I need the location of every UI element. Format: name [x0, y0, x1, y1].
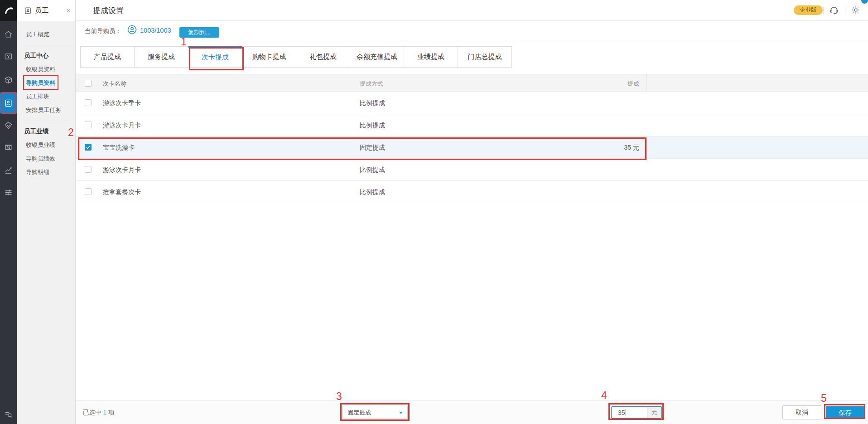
header-divider [845, 7, 845, 14]
header-divider [823, 7, 824, 14]
sidebar-section-staff-center: 员工中心 [17, 49, 75, 63]
main-header: 提成设置 企业版 [76, 0, 868, 21]
cell-card-name: 游泳次卡季卡 [103, 99, 141, 107]
guide-avatar-icon [127, 24, 137, 37]
cell-method: 比例提成 [360, 122, 385, 130]
row-checkbox[interactable] [85, 122, 92, 128]
statistics-icon[interactable] [0, 161, 17, 179]
guide-count-link[interactable]: 1003/1003 [140, 27, 171, 34]
tab-store-total-commission[interactable]: 门店总提成 [458, 46, 512, 68]
tab-performance-commission[interactable]: 业绩提成 [404, 46, 458, 68]
sidebar-spacer [17, 21, 75, 28]
gear-icon[interactable] [851, 5, 861, 17]
logo-swoosh-icon [3, 5, 14, 16]
notification-dot[interactable] [861, 0, 868, 4]
commission-tabs: 产品提成 服务提成 次卡提成 购物卡提成 礼包提成 余额充值提成 业绩提成 门店… [80, 46, 512, 68]
tab-service-commission[interactable]: 服务提成 [134, 46, 188, 68]
row-checkbox-checked[interactable] [85, 144, 92, 151]
text-cursor [626, 409, 626, 416]
close-icon[interactable]: × [66, 7, 71, 15]
tab-shoppingcard-commission[interactable]: 购物卡提成 [242, 46, 296, 68]
copy-to-button[interactable]: 复制到... [179, 27, 219, 38]
sidebar: 员工 × 员工概览 员工中心 收银员资料 导购员资料 员工排班 安排员工任务 员… [17, 0, 76, 424]
column-header-card-name: 次卡名称 [103, 80, 126, 88]
home-icon[interactable] [0, 25, 17, 43]
sidebar-item-staff-tasks[interactable]: 安排员工任务 [17, 103, 75, 117]
sidebar-divider [23, 121, 69, 121]
marketing-icon[interactable] [0, 138, 17, 156]
selected-count: 1 [103, 409, 107, 416]
check-icon [86, 145, 91, 150]
cell-card-name: 游泳次卡月卡 [103, 166, 141, 174]
sidebar-title: 员工 [35, 6, 48, 15]
sidebar-item-overview[interactable]: 员工概览 [17, 28, 75, 41]
selection-summary: 已选中1项 [83, 409, 115, 417]
cell-card-name: 游泳次卡月卡 [103, 122, 141, 130]
cell-card-name: 推拿套餐次卡 [103, 188, 141, 196]
app-logo[interactable] [0, 0, 17, 21]
table-row-selected[interactable]: 宝宝洗澡卡 固定提成 35 元 [76, 136, 868, 159]
main-content: 提成设置 企业版 当前导购员： 1003/1003 复制到... 产品提成 服务… [76, 0, 868, 424]
commission-amount-input[interactable]: 35 元 [611, 406, 662, 419]
current-guide-label: 当前导购员： [85, 27, 121, 35]
tab-timescard-commission[interactable]: 次卡提成 [188, 46, 242, 68]
row-checkbox[interactable] [85, 166, 92, 173]
toolbar: 当前导购员： 1003/1003 复制到... [76, 21, 868, 42]
sidebar-item-guide-info[interactable]: 导购员资料 [17, 76, 75, 90]
cancel-button[interactable]: 取消 [782, 405, 821, 419]
sidebar-divider [23, 45, 69, 45]
method-select-value: 固定提成 [347, 409, 371, 416]
staff-badge-icon [24, 7, 32, 15]
membership-icon[interactable] [0, 116, 17, 134]
cell-method: 固定提成 [360, 144, 385, 152]
tab-giftpack-commission[interactable]: 礼包提成 [296, 46, 350, 68]
table-row[interactable]: 推拿套餐次卡 比例提成 [76, 181, 868, 203]
cell-commission: 35 元 [592, 144, 639, 152]
settings-sliders-icon[interactable] [0, 183, 17, 201]
page-title: 提成设置 [93, 5, 124, 16]
tab-balance-recharge-commission[interactable]: 余额充值提成 [350, 46, 404, 68]
column-divider [646, 74, 647, 92]
cashier-icon[interactable] [0, 47, 17, 65]
cell-method: 比例提成 [360, 188, 385, 196]
sidebar-item-guide-performance[interactable]: 导购员绩效 [17, 152, 75, 166]
sidebar-header: 员工 × [17, 0, 75, 21]
selected-prefix: 已选中 [83, 409, 101, 416]
staff-icon[interactable] [0, 93, 17, 113]
sidebar-item-cashier-info[interactable]: 收银员资料 [17, 63, 75, 76]
search-menu-icon[interactable] [0, 405, 17, 423]
cell-method: 比例提成 [360, 166, 385, 174]
table-row[interactable]: 游泳次卡月卡 比例提成 [76, 159, 868, 181]
table-row[interactable]: 游泳次卡季卡 比例提成 [76, 92, 868, 114]
select-all-checkbox[interactable] [85, 80, 92, 87]
table-body: 游泳次卡季卡 比例提成 游泳次卡月卡 比例提成 宝宝洗澡卡 固定提成 35 元 … [76, 92, 868, 203]
tab-product-commission[interactable]: 产品提成 [80, 46, 135, 68]
edition-badge: 企业版 [794, 5, 823, 15]
sidebar-item-staff-schedule[interactable]: 员工排班 [17, 90, 75, 103]
table-header: 次卡名称 提成方式 提成 [76, 74, 868, 92]
app-rail [0, 0, 17, 424]
save-button[interactable]: 保存 [826, 406, 864, 419]
amount-unit-suffix: 元 [647, 407, 661, 418]
sidebar-item-cashier-performance[interactable]: 收银员业绩 [17, 138, 75, 152]
row-checkbox[interactable] [85, 99, 92, 106]
row-checkbox[interactable] [85, 188, 92, 195]
column-header-commission: 提成 [592, 80, 639, 88]
footer-bar: 已选中1项 固定提成 35 元 取消 保存 [76, 400, 868, 424]
cell-card-name: 宝宝洗澡卡 [103, 144, 135, 152]
amount-text: 35 [618, 409, 625, 416]
sidebar-section-staff-performance: 员工业绩 [17, 125, 75, 138]
orders-icon[interactable] [0, 71, 17, 89]
column-header-method: 提成方式 [360, 80, 383, 88]
cell-method: 比例提成 [360, 99, 385, 107]
headset-icon[interactable] [829, 5, 839, 17]
table-row[interactable]: 游泳次卡月卡 比例提成 [76, 114, 868, 136]
selected-suffix: 项 [108, 409, 115, 416]
commission-method-select[interactable]: 固定提成 [342, 406, 408, 419]
sidebar-item-guide-detail[interactable]: 导购明细 [17, 166, 75, 179]
amount-value[interactable]: 35 [612, 407, 647, 418]
chevron-down-icon [399, 412, 403, 414]
